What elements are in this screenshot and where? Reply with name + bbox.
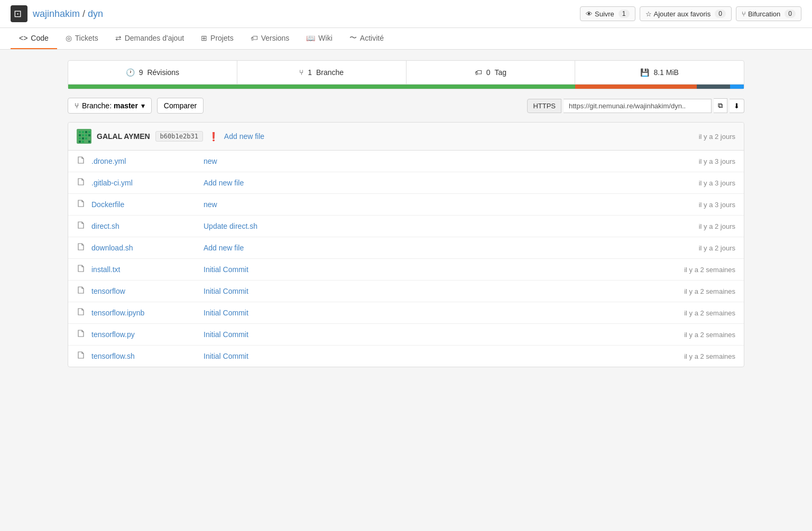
file-icon bbox=[77, 221, 85, 231]
file-name[interactable]: download.sh bbox=[91, 244, 197, 252]
clone-area: HTTPS ⧉ ⬇ bbox=[527, 98, 744, 113]
file-time: il y a 2 jours bbox=[699, 244, 735, 252]
https-badge: HTTPS bbox=[527, 99, 561, 113]
tag-icon: 🏷 bbox=[251, 34, 258, 42]
tab-demandes[interactable]: ⇄ Demandes d'ajout bbox=[107, 28, 192, 49]
revisions-stat[interactable]: 🕐 9 Révisions bbox=[68, 61, 237, 84]
tab-tickets[interactable]: ◎ Tickets bbox=[57, 28, 107, 49]
commit-message[interactable]: Initial Commit bbox=[204, 265, 678, 274]
star-button[interactable]: ☆ Ajouter aux favoris 0 bbox=[640, 6, 732, 21]
gitea-icon: ⊡ bbox=[11, 5, 27, 22]
download-button[interactable]: ⬇ bbox=[730, 99, 744, 113]
revisions-label: Révisions bbox=[147, 68, 179, 77]
repo-title: wajinhakim / dyn bbox=[33, 8, 103, 20]
file-name[interactable]: tensorflow.py bbox=[91, 330, 197, 339]
table-row: Dockerfile new il y a 3 jours bbox=[68, 194, 744, 216]
table-row: download.sh Add new file il y a 2 jours bbox=[68, 237, 744, 259]
svg-rect-11 bbox=[82, 137, 84, 139]
commit-message[interactable]: Initial Commit bbox=[204, 352, 678, 360]
file-table: GALAL AYMEN b60b1e2b31 ❗ Add new file il… bbox=[68, 122, 744, 367]
avatar bbox=[77, 129, 91, 144]
star-count: 0 bbox=[715, 10, 726, 18]
repo-owner-link[interactable]: wajinhakim bbox=[33, 8, 80, 19]
commit-message[interactable]: Add new file bbox=[204, 179, 693, 187]
commit-message[interactable]: Initial Commit bbox=[204, 330, 678, 339]
progress-dark bbox=[697, 85, 731, 89]
add-file-link[interactable]: Add new file bbox=[224, 132, 264, 141]
file-time: il y a 3 jours bbox=[699, 157, 735, 165]
fork-button[interactable]: ⑂ Bifurcation 0 bbox=[736, 6, 801, 21]
copy-url-button[interactable]: ⧉ bbox=[714, 98, 727, 113]
svg-rect-3 bbox=[79, 131, 81, 133]
file-name[interactable]: tensorflow bbox=[91, 287, 197, 295]
table-row: tensorflow.py Initial Commit il y a 2 se… bbox=[68, 324, 744, 346]
project-icon: ⊞ bbox=[201, 34, 207, 42]
tab-activite[interactable]: 〜 Activité bbox=[341, 28, 392, 49]
svg-rect-16 bbox=[88, 141, 90, 143]
tab-wiki[interactable]: 📖 Wiki bbox=[298, 28, 340, 49]
progress-blue bbox=[730, 85, 744, 89]
file-name[interactable]: tensorflow.ipynb bbox=[91, 309, 197, 317]
progress-green bbox=[68, 85, 575, 89]
header-actions: 👁 Suivre 1 ☆ Ajouter aux favoris 0 ⑂ Bif… bbox=[580, 6, 801, 21]
tab-code[interactable]: <> Code bbox=[11, 28, 57, 49]
progress-orange bbox=[575, 85, 697, 89]
table-row: tensorflow.ipynb Initial Commit il y a 2… bbox=[68, 302, 744, 324]
commit-message[interactable]: Update direct.sh bbox=[204, 222, 693, 230]
svg-rect-10 bbox=[79, 137, 81, 139]
file-name[interactable]: direct.sh bbox=[91, 222, 197, 230]
activity-icon: 〜 bbox=[349, 33, 357, 43]
compare-button[interactable]: Comparer bbox=[157, 98, 204, 114]
repo-name-link[interactable]: dyn bbox=[88, 8, 103, 19]
svg-rect-8 bbox=[85, 134, 87, 136]
file-name[interactable]: .drone.yml bbox=[91, 157, 197, 165]
file-time: il y a 2 semaines bbox=[684, 309, 735, 317]
file-icon bbox=[77, 199, 85, 210]
stats-box: 🕐 9 Révisions ⑂ 1 Branche 🏷 0 Tag 💾 8.1 … bbox=[68, 60, 744, 89]
tags-stat[interactable]: 🏷 0 Tag bbox=[407, 61, 576, 84]
main-content: 🕐 9 Révisions ⑂ 1 Branche 🏷 0 Tag 💾 8.1 … bbox=[57, 60, 755, 367]
commit-author: GALAL AYMEN bbox=[97, 132, 150, 141]
file-time: il y a 2 semaines bbox=[684, 266, 735, 274]
branch-icon: ⑂ bbox=[299, 68, 303, 77]
table-row: tensorflow.sh Initial Commit il y a 2 se… bbox=[68, 346, 744, 367]
branch-selector[interactable]: ⑂ Branche: master ▾ bbox=[68, 98, 152, 114]
branches-stat[interactable]: ⑂ 1 Branche bbox=[237, 61, 407, 84]
commit-message[interactable]: Initial Commit bbox=[204, 287, 678, 295]
chevron-down-icon: ▾ bbox=[141, 101, 145, 110]
svg-rect-9 bbox=[88, 134, 90, 136]
file-name[interactable]: .gitlab-ci.yml bbox=[91, 179, 197, 187]
follow-button[interactable]: 👁 Suivre 1 bbox=[580, 6, 635, 21]
svg-rect-7 bbox=[82, 134, 84, 136]
tags-icon: 🏷 bbox=[475, 68, 482, 77]
eye-icon: 👁 bbox=[586, 10, 593, 18]
file-icon bbox=[77, 329, 85, 340]
commit-message[interactable]: new bbox=[204, 200, 693, 209]
table-row: .drone.yml new il y a 3 jours bbox=[68, 151, 744, 172]
tab-projets[interactable]: ⊞ Projets bbox=[192, 28, 242, 49]
pr-icon: ⇄ bbox=[115, 34, 122, 42]
commit-message[interactable]: Initial Commit bbox=[204, 309, 678, 317]
file-name[interactable]: tensorflow.sh bbox=[91, 352, 197, 360]
code-icon: <> bbox=[19, 34, 27, 42]
table-row: tensorflow Initial Commit il y a 2 semai… bbox=[68, 281, 744, 302]
tab-versions[interactable]: 🏷 Versions bbox=[242, 28, 298, 49]
top-header: ⊡ wajinhakim / dyn 👁 Suivre 1 ☆ Ajouter … bbox=[0, 0, 812, 28]
fork-icon: ⑂ bbox=[742, 10, 746, 18]
table-row: direct.sh Update direct.sh il y a 2 jour… bbox=[68, 216, 744, 237]
file-time: il y a 3 jours bbox=[699, 179, 735, 187]
clone-url-input[interactable] bbox=[564, 99, 712, 113]
file-time: il y a 2 semaines bbox=[684, 287, 735, 295]
commit-hash[interactable]: b60b1e2b31 bbox=[155, 131, 203, 142]
file-icon bbox=[77, 264, 85, 275]
file-name[interactable]: install.txt bbox=[91, 265, 197, 274]
size-icon: 💾 bbox=[640, 68, 649, 77]
file-icon bbox=[77, 178, 85, 188]
commit-message[interactable]: Add new file bbox=[204, 244, 693, 252]
branches-label: Branche bbox=[316, 68, 344, 77]
file-name[interactable]: Dockerfile bbox=[91, 200, 197, 209]
file-icon bbox=[77, 243, 85, 253]
download-icon: ⬇ bbox=[734, 102, 740, 110]
commit-message[interactable]: new bbox=[204, 157, 693, 165]
branch-row: ⑂ Branche: master ▾ Comparer HTTPS ⧉ ⬇ bbox=[68, 98, 744, 114]
